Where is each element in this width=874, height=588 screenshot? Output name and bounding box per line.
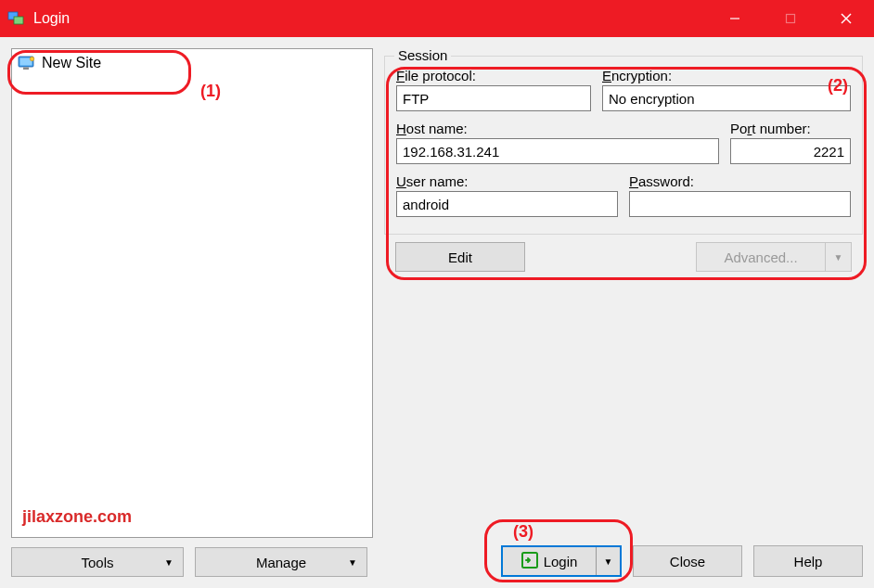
edit-button[interactable]: Edit: [395, 242, 525, 272]
svg-rect-3: [787, 15, 795, 23]
tools-button-label: Tools: [81, 555, 113, 570]
password-label: Password:: [629, 173, 851, 189]
help-button[interactable]: Help: [753, 545, 863, 577]
titlebar: Login: [0, 0, 874, 37]
manage-button-label: Manage: [256, 555, 306, 570]
app-icon: [7, 9, 26, 28]
bottom-buttons: Login ▼ Close Help: [501, 545, 863, 577]
minimize-button[interactable]: [707, 0, 763, 37]
window-title: Login: [33, 10, 707, 27]
session-legend: Session: [394, 47, 451, 63]
content-area: New Site Tools ▼ Manage ▼ Session F: [0, 37, 874, 588]
close-dialog-button[interactable]: Close: [633, 545, 742, 577]
host-name-label: Host name:: [396, 121, 719, 136]
svg-rect-8: [23, 68, 29, 70]
login-button-label: Login: [544, 554, 578, 569]
right-pane: Session File protocol: FTP Encryption: N…: [384, 48, 863, 577]
user-name-input[interactable]: [396, 191, 618, 217]
advanced-dropdown-arrow: ▼: [826, 242, 852, 272]
encryption-value: No encryption: [609, 91, 695, 107]
monitor-icon: [18, 56, 36, 70]
port-number-input[interactable]: [730, 138, 851, 164]
site-tree[interactable]: New Site: [11, 48, 373, 538]
left-pane: New Site Tools ▼ Manage ▼: [11, 48, 373, 577]
advanced-button-label: Advanced...: [724, 249, 797, 265]
encryption-label: Encryption:: [602, 68, 851, 83]
tools-button[interactable]: Tools ▼: [11, 547, 184, 577]
watermark: jilaxzone.com: [22, 507, 132, 527]
port-number-label: Port number:: [730, 121, 851, 136]
user-name-label: User name:: [396, 173, 618, 189]
close-button[interactable]: [818, 0, 874, 37]
file-protocol-label: File protocol:: [396, 68, 591, 83]
chevron-down-icon: ▼: [164, 557, 174, 568]
login-button[interactable]: Login: [503, 547, 596, 575]
maximize-button[interactable]: [763, 0, 818, 37]
tree-item-new-site[interactable]: New Site: [16, 53, 368, 73]
session-group: Session File protocol: FTP Encryption: N…: [384, 56, 863, 235]
file-protocol-value: FTP: [403, 91, 429, 107]
manage-button[interactable]: Manage ▼: [195, 547, 367, 577]
svg-rect-1: [14, 17, 23, 24]
tree-item-label: New Site: [42, 55, 101, 71]
file-protocol-combo[interactable]: FTP: [396, 85, 591, 111]
svg-point-9: [30, 57, 33, 60]
window-controls: [707, 0, 874, 37]
password-input[interactable]: [629, 191, 851, 217]
chevron-down-icon: ▼: [348, 557, 357, 568]
login-dropdown-arrow[interactable]: ▼: [596, 547, 620, 575]
login-icon: [521, 552, 538, 571]
login-button-group: Login ▼: [501, 545, 622, 577]
encryption-combo[interactable]: No encryption: [602, 85, 851, 111]
advanced-button: Advanced...: [696, 242, 826, 272]
host-name-input[interactable]: [396, 138, 719, 164]
